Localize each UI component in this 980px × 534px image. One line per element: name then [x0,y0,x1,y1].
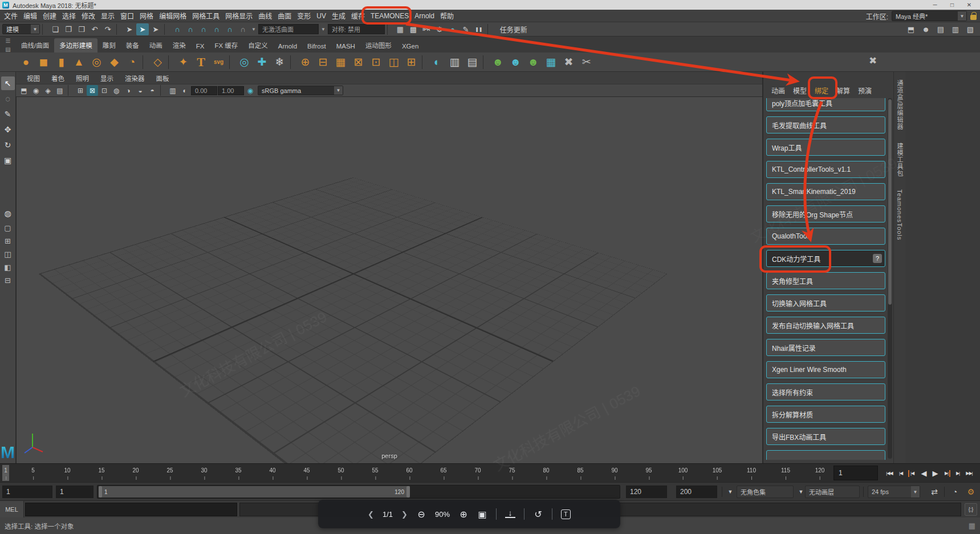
poly-svg-icon[interactable]: svg [210,53,227,71]
mel-input-field[interactable] [25,503,237,516]
uv-editor-icon[interactable]: ▦ [542,53,560,71]
panel-menu-panels[interactable]: 面板 [151,72,174,84]
view-cube-icon[interactable]: ⬒ [18,85,30,96]
select-component-icon[interactable]: ➤ [149,23,162,35]
panel-menu-renderer[interactable]: 渲染器 [120,72,150,84]
tool-item-export-fbx-anim[interactable]: 导出FBX动画工具 [766,428,885,445]
redo-icon[interactable]: ↷ [101,23,114,35]
bevel-icon[interactable]: ⊡ [367,53,385,71]
poly-plane-icon[interactable]: ◆ [105,53,123,71]
poly-platonic-icon[interactable]: ◇ [149,53,166,71]
layout-single-pane-button[interactable]: ▢ [1,222,15,234]
tool-settings-icon[interactable]: ▥ [949,23,962,35]
shelf-tab-motion-graphics[interactable]: 运动图形 [360,38,397,52]
ssao-icon[interactable]: ◒ [135,85,146,96]
previous-page-icon[interactable]: ❮ [368,510,374,519]
poly-cube-icon[interactable]: ◼ [35,53,52,71]
menu-arnold[interactable]: Arnold [412,10,437,22]
task-update-button[interactable]: 任务更新 [494,25,533,34]
shaded-mode-icon[interactable]: ⊠ [87,85,98,96]
snap-grid-icon[interactable]: ∩ [171,23,184,35]
shelf-gear-icon[interactable]: ▤ [5,46,10,52]
rp-tab-model[interactable]: 模型 [791,84,809,96]
modeling-toolkit-icon[interactable]: ⬒ [905,23,917,35]
pause-icon[interactable]: ❚❚ [473,23,485,35]
playback-end-field[interactable]: 120 [626,486,667,498]
active-surface-field[interactable]: 无激活曲面 [258,24,319,34]
tool-item-ktl-controller[interactable]: KTL_ControllerTools_v1.1 [766,161,885,178]
crease-icon[interactable]: ✖ [560,53,578,71]
select-hierarchy-icon[interactable]: ➤ [123,23,136,35]
rotate-tool-icon[interactable]: ↻ [1,138,15,152]
tool-item-wrap[interactable]: Wrap工具 [766,139,885,156]
move-tool-icon[interactable]: ✥ [1,123,15,136]
file-new-icon[interactable]: ❏ [49,23,62,35]
minimize-button[interactable]: ─ [926,0,944,10]
shelf-tab-animation[interactable]: 动画 [144,38,168,52]
menu-curves[interactable]: 曲线 [255,9,275,22]
menu-windows[interactable]: 窗口 [117,9,137,22]
step-forward-key-button[interactable]: ▶| [941,466,952,481]
poly-torus-icon[interactable]: ◎ [88,53,105,71]
vtab-teamones-tools[interactable]: TeamonesTools [896,189,903,240]
poly-cylinder-icon[interactable]: ▮ [52,53,70,71]
file-open-icon[interactable]: ❐ [62,23,75,35]
make-live-icon[interactable]: ∩ [237,23,249,35]
menu-cache[interactable]: 缓存 [348,9,368,22]
workspace-dropdown[interactable]: Maya 经典* ▼ [892,11,967,21]
wireframe-mode-icon[interactable]: ⊞ [75,85,86,96]
rp-tab-solve[interactable]: 解算 [834,84,852,96]
shelf-tab-custom[interactable]: 自定义 [243,38,273,52]
zoom-in-icon[interactable]: ⊕ [458,509,469,520]
paint-select-tool-icon[interactable]: ✎ [1,107,15,121]
shelf-tab-curves-surfaces[interactable]: 曲线/曲面 [16,38,54,52]
use-all-lights-icon[interactable]: ◍ [111,85,122,96]
next-page-icon[interactable]: ❯ [401,510,408,519]
combine-icon[interactable]: ⊕ [296,53,314,71]
menu-generate[interactable]: 生成 [329,9,348,22]
grid-toggle-icon[interactable]: ▦ [969,521,975,530]
tool-item-clipped[interactable] [766,450,885,460]
step-back-frame-button[interactable]: |◀ [895,466,906,481]
shelf-menu-icon[interactable]: ☰ [6,38,11,44]
animation-preferences-icon[interactable]: ⚙ [965,486,977,498]
select-object-icon[interactable]: ➤ [136,23,149,35]
tool-item-switch-input-mesh[interactable]: 切换输入网格工具 [766,294,885,312]
shelf-tab-bifrost[interactable]: Bifrost [302,41,331,52]
live-surface-icon[interactable]: ◎ [235,53,253,71]
menu-edit[interactable]: 编辑 [21,9,40,22]
lasso-select-tool-icon[interactable]: ◌ [1,92,15,106]
play-backwards-button[interactable]: ◀ [918,466,929,481]
snap-curve-icon[interactable]: ∩ [184,23,197,35]
bridge-icon[interactable]: ◫ [385,53,402,71]
tool-item-cdk-dynamics[interactable]: CDK动力学工具 ? [766,250,885,267]
scrollbar-thumb[interactable] [888,99,892,305]
shelf-tab-fx[interactable]: FX [191,41,210,52]
menu-file[interactable]: 文件 [1,9,21,22]
humanik-icon[interactable]: ☻ [920,23,932,35]
chevron-down-icon[interactable]: ▼ [31,25,39,34]
rotate-icon[interactable]: ↺ [533,509,543,520]
poly-cone-icon[interactable]: ▲ [70,53,88,71]
menu-help[interactable]: 帮助 [437,9,457,22]
ipr-render-icon[interactable]: IPR [420,23,433,35]
tool-item-poly-follicle[interactable]: poly顶点加毛囊工具 [766,98,885,111]
render-settings-icon[interactable]: ⚙ [433,23,446,35]
character-green2-icon[interactable]: ☻ [524,53,542,71]
poly-sphere-icon[interactable]: ● [17,53,35,71]
camera-bookmark-icon[interactable]: ▤ [54,85,66,96]
render-view-icon[interactable]: ▦ [394,23,406,35]
menu-create[interactable]: 创建 [40,9,59,22]
multi-cut-icon[interactable]: ❄ [271,53,288,71]
poly-disc-icon[interactable]: ◔ [123,53,141,71]
color-management-icon[interactable]: ◉ [245,85,256,96]
playback-start-field[interactable]: 1 [56,486,93,498]
tool-item-qualoth[interactable]: QualothTool [766,228,885,245]
chevron-down-icon[interactable]: ▼ [334,86,343,95]
mirror-icon[interactable]: ◐ [428,53,446,71]
range-slider-handle[interactable]: 1 120 [99,486,410,497]
text-select-icon[interactable]: T [561,509,571,519]
shelf-tab-xgen[interactable]: XGen [397,41,424,52]
zoom-out-icon[interactable]: ⊖ [416,509,426,520]
insert-edge-loop-icon[interactable]: ▥ [446,53,463,71]
